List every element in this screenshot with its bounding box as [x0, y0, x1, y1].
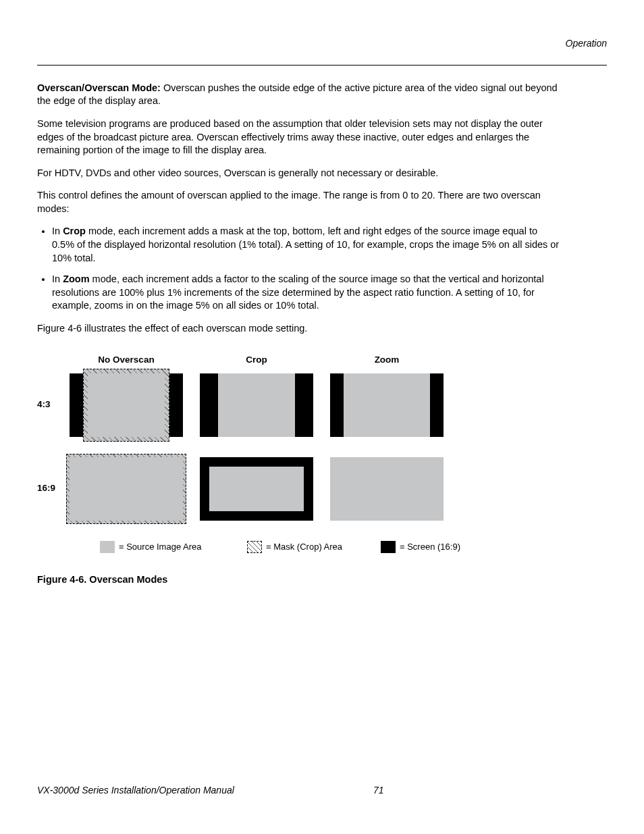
screen-4-3-zoom — [330, 373, 444, 437]
bullet-post: mode, each increment adds a mask at the … — [52, 226, 559, 263]
source-area-icon — [344, 373, 430, 437]
body-content: Overscan/Overscan Mode: Overscan pushes … — [37, 82, 560, 586]
figure-reference: Figure 4-6 illustrates the effect of eac… — [37, 322, 560, 336]
legend-swatch-screen — [381, 541, 396, 553]
overscan-heading: Overscan/Overscan Mode: — [37, 82, 161, 93]
bullet-post: mode, each increment adds a factor to th… — [52, 273, 544, 311]
crop-label: Crop — [63, 226, 86, 236]
bullet-zoom: In Zoom mode, each increment adds a fact… — [52, 273, 560, 313]
source-area-icon — [70, 457, 183, 521]
bullet-crop: In Crop mode, each increment adds a mask… — [52, 225, 560, 265]
figure-column-headers: No Overscan Crop Zoom — [70, 354, 560, 366]
paragraph-2: Some television programs are produced ba… — [37, 118, 560, 157]
legend-swatch-source — [100, 541, 115, 553]
row-label-16-9: 16:9 — [37, 482, 70, 494]
screen-16-9-zoom — [330, 457, 444, 521]
row-label-4-3: 4:3 — [37, 398, 70, 411]
legend-label-source: = Source Image Area — [119, 541, 213, 553]
legend-label-screen: = Screen (16:9) — [400, 541, 460, 553]
paragraph-4: This control defines the amount of overs… — [37, 189, 560, 215]
page-number: 71 — [373, 784, 384, 797]
figure-row-16-9: 16:9 — [70, 457, 560, 521]
section-header: Operation — [37, 37, 607, 50]
overscan-modes-list: In Crop mode, each increment adds a mask… — [37, 225, 560, 312]
figure-4-6: No Overscan Crop Zoom 4:3 16:9 — [70, 354, 560, 552]
source-area-icon — [209, 467, 304, 511]
figure-caption: Figure 4-6. Overscan Modes — [37, 573, 560, 587]
page-footer: VX-3000d Series Installation/Operation M… — [37, 784, 607, 797]
source-area-icon — [330, 457, 444, 521]
horizontal-rule — [37, 65, 607, 66]
screen-16-9-no-overscan — [70, 457, 183, 521]
source-area-icon — [88, 373, 165, 437]
paragraph-3: For HDTV, DVDs and other video sources, … — [37, 167, 560, 180]
legend-label-mask: = Mask (Crop) Area — [266, 541, 354, 553]
screen-16-9-crop — [200, 457, 313, 521]
col-header-crop: Crop — [200, 354, 313, 366]
paragraph-intro: Overscan/Overscan Mode: Overscan pushes … — [37, 82, 560, 108]
screen-4-3-crop — [200, 373, 313, 437]
figure-legend: = Source Image Area = Mask (Crop) Area =… — [70, 541, 560, 553]
source-area-icon — [218, 373, 295, 437]
screen-4-3-no-overscan — [70, 373, 183, 437]
bullet-pre: In — [52, 226, 63, 236]
legend-swatch-mask — [247, 541, 262, 553]
figure-row-4-3: 4:3 — [70, 373, 560, 437]
zoom-label: Zoom — [63, 273, 89, 284]
col-header-no-overscan: No Overscan — [70, 354, 183, 366]
manual-title: VX-3000d Series Installation/Operation M… — [37, 784, 234, 797]
bullet-pre: In — [52, 273, 63, 284]
col-header-zoom: Zoom — [330, 354, 444, 366]
